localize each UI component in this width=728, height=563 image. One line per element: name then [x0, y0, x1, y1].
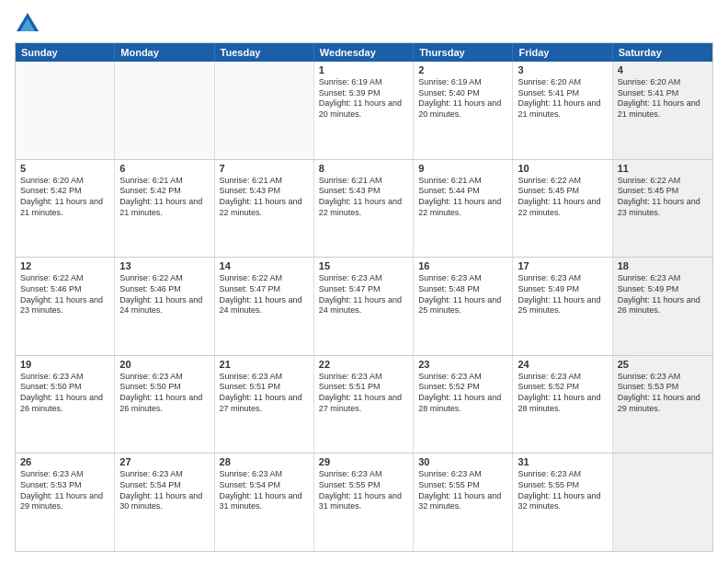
- calendar-cell: 4Sunrise: 6:20 AMSunset: 5:41 PMDaylight…: [613, 62, 712, 159]
- day-number: 18: [618, 260, 708, 271]
- calendar-week: 26Sunrise: 6:23 AMSunset: 5:53 PMDayligh…: [16, 454, 712, 551]
- cell-details: Sunrise: 6:21 AMSunset: 5:43 PMDaylight:…: [220, 176, 309, 219]
- day-number: 15: [319, 260, 408, 271]
- day-number: 26: [20, 456, 109, 467]
- day-number: 25: [618, 359, 708, 370]
- calendar-cell: 7Sunrise: 6:21 AMSunset: 5:43 PMDaylight…: [215, 160, 314, 258]
- calendar-cell: 30Sunrise: 6:23 AMSunset: 5:55 PMDayligh…: [414, 454, 513, 551]
- calendar-cell: 11Sunrise: 6:22 AMSunset: 5:45 PMDayligh…: [613, 160, 712, 258]
- calendar-cell: 25Sunrise: 6:23 AMSunset: 5:53 PMDayligh…: [613, 356, 712, 454]
- cell-details: Sunrise: 6:23 AMSunset: 5:52 PMDaylight:…: [418, 372, 507, 415]
- calendar-week: 1Sunrise: 6:19 AMSunset: 5:39 PMDaylight…: [16, 62, 712, 160]
- day-number: 13: [119, 260, 209, 271]
- cell-details: Sunrise: 6:20 AMSunset: 5:42 PMDaylight:…: [20, 176, 109, 219]
- calendar-cell: 13Sunrise: 6:22 AMSunset: 5:46 PMDayligh…: [115, 258, 214, 355]
- cell-details: Sunrise: 6:20 AMSunset: 5:41 PMDaylight:…: [518, 77, 607, 121]
- calendar-week: 5Sunrise: 6:20 AMSunset: 5:42 PMDaylight…: [16, 160, 712, 259]
- day-number: 16: [418, 260, 507, 271]
- header-day: Saturday: [613, 43, 712, 62]
- day-number: 12: [20, 260, 109, 271]
- header-day: Thursday: [414, 43, 513, 62]
- day-number: 28: [220, 456, 309, 467]
- day-number: 14: [220, 260, 309, 271]
- cell-details: Sunrise: 6:22 AMSunset: 5:45 PMDaylight:…: [618, 176, 708, 219]
- calendar-cell: [16, 62, 115, 159]
- calendar-cell: 5Sunrise: 6:20 AMSunset: 5:42 PMDaylight…: [16, 160, 115, 258]
- cell-details: Sunrise: 6:23 AMSunset: 5:55 PMDaylight:…: [518, 469, 607, 512]
- cell-details: Sunrise: 6:23 AMSunset: 5:49 PMDaylight:…: [518, 273, 607, 316]
- day-number: 22: [319, 359, 408, 370]
- calendar-cell: [115, 62, 214, 159]
- logo-icon: [15, 11, 40, 37]
- calendar-cell: 8Sunrise: 6:21 AMSunset: 5:43 PMDaylight…: [314, 160, 414, 258]
- calendar-cell: 18Sunrise: 6:23 AMSunset: 5:49 PMDayligh…: [613, 258, 712, 355]
- day-number: 24: [518, 359, 607, 370]
- calendar-cell: 15Sunrise: 6:23 AMSunset: 5:47 PMDayligh…: [314, 258, 414, 355]
- cell-details: Sunrise: 6:23 AMSunset: 5:52 PMDaylight:…: [518, 372, 607, 415]
- day-number: 7: [220, 163, 309, 174]
- day-number: 11: [618, 163, 708, 174]
- header-day: Tuesday: [215, 43, 314, 62]
- cell-details: Sunrise: 6:23 AMSunset: 5:54 PMDaylight:…: [220, 469, 309, 512]
- cell-details: Sunrise: 6:23 AMSunset: 5:53 PMDaylight:…: [20, 469, 109, 512]
- cell-details: Sunrise: 6:23 AMSunset: 5:48 PMDaylight:…: [418, 273, 507, 316]
- cell-details: Sunrise: 6:22 AMSunset: 5:46 PMDaylight:…: [20, 273, 109, 316]
- logo: [15, 11, 44, 37]
- calendar-cell: 16Sunrise: 6:23 AMSunset: 5:48 PMDayligh…: [414, 258, 513, 355]
- cell-details: Sunrise: 6:22 AMSunset: 5:45 PMDaylight:…: [518, 176, 607, 219]
- calendar-cell: 14Sunrise: 6:22 AMSunset: 5:47 PMDayligh…: [215, 258, 314, 355]
- calendar-cell: [215, 62, 314, 159]
- cell-details: Sunrise: 6:20 AMSunset: 5:41 PMDaylight:…: [618, 77, 708, 121]
- cell-details: Sunrise: 6:23 AMSunset: 5:50 PMDaylight:…: [20, 372, 109, 415]
- header: [15, 11, 713, 37]
- calendar-week: 12Sunrise: 6:22 AMSunset: 5:46 PMDayligh…: [16, 258, 712, 356]
- calendar-cell: 10Sunrise: 6:22 AMSunset: 5:45 PMDayligh…: [513, 160, 612, 258]
- calendar-cell: 26Sunrise: 6:23 AMSunset: 5:53 PMDayligh…: [16, 454, 115, 551]
- cell-details: Sunrise: 6:21 AMSunset: 5:43 PMDaylight:…: [319, 176, 408, 219]
- calendar-header: SundayMondayTuesdayWednesdayThursdayFrid…: [16, 43, 712, 62]
- calendar-cell: 12Sunrise: 6:22 AMSunset: 5:46 PMDayligh…: [16, 258, 115, 355]
- day-number: 6: [119, 163, 209, 174]
- day-number: 10: [518, 163, 607, 174]
- header-day: Friday: [513, 43, 612, 62]
- day-number: 17: [518, 260, 607, 271]
- day-number: 21: [220, 359, 309, 370]
- calendar-cell: 21Sunrise: 6:23 AMSunset: 5:51 PMDayligh…: [215, 356, 314, 454]
- cell-details: Sunrise: 6:23 AMSunset: 5:55 PMDaylight:…: [418, 469, 507, 512]
- cell-details: Sunrise: 6:21 AMSunset: 5:44 PMDaylight:…: [418, 176, 507, 219]
- header-day: Wednesday: [314, 43, 414, 62]
- cell-details: Sunrise: 6:23 AMSunset: 5:47 PMDaylight:…: [319, 273, 408, 316]
- cell-details: Sunrise: 6:22 AMSunset: 5:46 PMDaylight:…: [119, 273, 209, 316]
- calendar-cell: 17Sunrise: 6:23 AMSunset: 5:49 PMDayligh…: [513, 258, 612, 355]
- cell-details: Sunrise: 6:23 AMSunset: 5:50 PMDaylight:…: [119, 372, 209, 415]
- calendar-cell: 29Sunrise: 6:23 AMSunset: 5:55 PMDayligh…: [314, 454, 414, 551]
- calendar-body: 1Sunrise: 6:19 AMSunset: 5:39 PMDaylight…: [16, 62, 712, 551]
- calendar-cell: 1Sunrise: 6:19 AMSunset: 5:39 PMDaylight…: [314, 62, 414, 159]
- day-number: 3: [518, 64, 607, 75]
- header-day: Monday: [115, 43, 214, 62]
- day-number: 8: [319, 163, 408, 174]
- day-number: 30: [418, 456, 507, 467]
- calendar-cell: 27Sunrise: 6:23 AMSunset: 5:54 PMDayligh…: [115, 454, 214, 551]
- cell-details: Sunrise: 6:19 AMSunset: 5:39 PMDaylight:…: [319, 77, 408, 121]
- calendar-cell: 6Sunrise: 6:21 AMSunset: 5:42 PMDaylight…: [115, 160, 214, 258]
- calendar-cell: 2Sunrise: 6:19 AMSunset: 5:40 PMDaylight…: [414, 62, 513, 159]
- day-number: 20: [119, 359, 209, 370]
- cell-details: Sunrise: 6:23 AMSunset: 5:51 PMDaylight:…: [319, 372, 408, 415]
- calendar-page: SundayMondayTuesdayWednesdayThursdayFrid…: [0, 0, 728, 563]
- day-number: 1: [319, 64, 408, 75]
- cell-details: Sunrise: 6:23 AMSunset: 5:49 PMDaylight:…: [618, 273, 708, 316]
- cell-details: Sunrise: 6:23 AMSunset: 5:53 PMDaylight:…: [618, 372, 708, 415]
- day-number: 29: [319, 456, 408, 467]
- day-number: 4: [618, 64, 708, 75]
- cell-details: Sunrise: 6:23 AMSunset: 5:54 PMDaylight:…: [119, 469, 209, 512]
- day-number: 19: [20, 359, 109, 370]
- day-number: 31: [518, 456, 607, 467]
- calendar-cell: 19Sunrise: 6:23 AMSunset: 5:50 PMDayligh…: [16, 356, 115, 454]
- calendar-cell: [613, 454, 712, 551]
- calendar-cell: 9Sunrise: 6:21 AMSunset: 5:44 PMDaylight…: [414, 160, 513, 258]
- cell-details: Sunrise: 6:19 AMSunset: 5:40 PMDaylight:…: [418, 77, 507, 121]
- day-number: 5: [20, 163, 109, 174]
- cell-details: Sunrise: 6:23 AMSunset: 5:51 PMDaylight:…: [220, 372, 309, 415]
- calendar-cell: 22Sunrise: 6:23 AMSunset: 5:51 PMDayligh…: [314, 356, 414, 454]
